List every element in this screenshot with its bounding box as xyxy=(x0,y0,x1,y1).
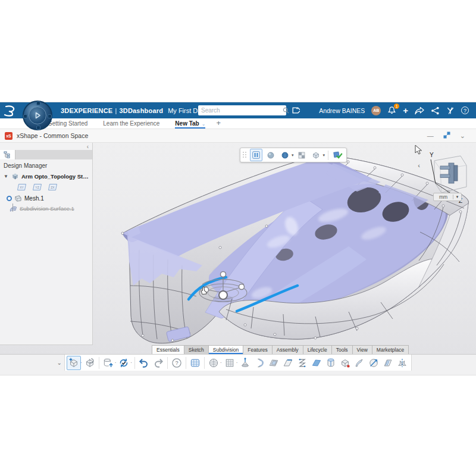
help-icon[interactable]: ? xyxy=(170,356,184,370)
add-app-icon[interactable]: + xyxy=(403,106,408,115)
actionbar-collapse-icon[interactable]: ⌄ xyxy=(57,359,62,366)
units-dropdown[interactable]: mm ▾ xyxy=(433,193,462,201)
action-bar-sections: EssentialsSketchSubdivisionFeaturesAssem… xyxy=(152,345,409,354)
split-body-icon[interactable] xyxy=(324,356,338,370)
section-tab-marketplace[interactable]: Marketplace xyxy=(372,345,409,354)
panel-title: Design Manager xyxy=(0,159,92,171)
validate-icon[interactable] xyxy=(331,149,344,161)
viewport-toolbar: ▾ ▾ xyxy=(240,148,347,162)
share-forward-icon[interactable] xyxy=(415,107,424,115)
redo-icon[interactable] xyxy=(151,356,165,370)
app-header: xS xShape - Common Space — ⌄ xyxy=(0,129,476,143)
frame-display-icon[interactable] xyxy=(188,356,202,370)
expand-button[interactable] xyxy=(443,131,450,140)
sweep-ribbon-icon[interactable] xyxy=(352,356,367,370)
collapse-header-button[interactable]: ⌄ xyxy=(460,133,465,139)
dashboard-tab-new-tab[interactable]: New Tab⌄ xyxy=(175,120,205,129)
search-box xyxy=(198,105,286,115)
3dexperience-compass-icon[interactable] xyxy=(23,101,52,130)
columns-display-icon[interactable] xyxy=(250,149,262,161)
section-tab-features[interactable]: Features xyxy=(243,345,272,354)
viewport-panel-collapse-icon[interactable]: ‹ xyxy=(418,162,420,169)
extrude-face-icon[interactable] xyxy=(238,356,252,370)
help-icon[interactable]: ? xyxy=(461,107,469,114)
panel-tab-strip xyxy=(0,150,92,159)
dashboard-tab-learn-the-experience[interactable]: Learn the Experience xyxy=(103,120,159,129)
notifications-bell-icon[interactable]: 1 xyxy=(387,106,396,115)
manage-content-icon[interactable] xyxy=(83,356,97,370)
fill-face-icon[interactable] xyxy=(309,356,324,370)
section-tab-lifecycle[interactable]: Lifecycle xyxy=(303,345,331,354)
units-dropdown-caret-icon[interactable]: ▾ xyxy=(453,195,461,199)
top-bar: 3DEXPERIENCE|3DDashboard My First Dashbo… xyxy=(0,102,476,118)
user-name[interactable]: Andrew BAINES xyxy=(319,107,365,114)
action-bar: ⌄ ···?·· xyxy=(0,354,476,371)
dassault-3ds-logo-icon[interactable] xyxy=(0,102,20,118)
globe-style-dropdown-icon[interactable]: ▾ xyxy=(292,153,294,158)
svg-text:?: ? xyxy=(175,360,178,366)
shear-plane-icon[interactable] xyxy=(281,356,295,370)
section-tab-tools[interactable]: Tools xyxy=(331,345,352,354)
mesh-pin-icon[interactable] xyxy=(7,196,12,201)
expand-caret-icon[interactable]: ▼ xyxy=(4,174,9,179)
swym-community-icon[interactable] xyxy=(446,107,455,115)
tree-root-item[interactable]: ▼ Arm Opto_Topology Study 1_deform... xyxy=(4,171,92,181)
action-bar-tools: ···?·· xyxy=(64,355,412,371)
panel-collapse-button[interactable]: ‹ xyxy=(0,143,92,150)
tag-icon[interactable] xyxy=(291,106,300,117)
revolve-icon[interactable] xyxy=(367,356,381,370)
share-network-icon[interactable] xyxy=(431,107,440,115)
tree-subdivision-item[interactable]: Subdivision Surface.1 xyxy=(4,203,92,214)
loft-sections-icon[interactable] xyxy=(295,356,309,370)
dashboard-tab-row: Getting StartedLearn the ExperienceNew T… xyxy=(0,118,476,129)
undo-icon[interactable] xyxy=(137,356,151,370)
weld-vertices-icon[interactable] xyxy=(338,356,352,370)
mesh-label: Mesh.1 xyxy=(24,195,44,202)
section-tab-view[interactable]: View xyxy=(352,345,372,354)
section-tab-assembly[interactable]: Assembly xyxy=(272,345,303,354)
app-title: xShape - Common Space xyxy=(17,132,88,139)
design-manager-panel: ‹ Design Manager ▼ Arm Opto_Topology Stu… xyxy=(0,143,93,345)
subdivision-primitive-icon[interactable] xyxy=(206,356,221,370)
pattern-faces-icon[interactable] xyxy=(381,356,395,370)
section-tab-subdivision[interactable]: Subdivision xyxy=(208,345,243,354)
tab-dropdown-icon[interactable]: ⌄ xyxy=(202,121,206,127)
bend-surface-icon[interactable] xyxy=(252,356,267,370)
globe-style-icon[interactable] xyxy=(278,149,291,161)
plane-zx-icon[interactable]: ZX xyxy=(48,183,58,191)
sphere-render-icon[interactable] xyxy=(264,149,277,161)
minimize-button[interactable]: — xyxy=(427,133,434,139)
search-input[interactable] xyxy=(198,107,283,114)
save-data-icon[interactable] xyxy=(101,356,115,370)
cube-style-icon[interactable] xyxy=(310,149,322,161)
cube-style-dropdown-icon[interactable]: ▾ xyxy=(323,153,325,158)
part-icon xyxy=(11,173,19,180)
model-body[interactable] xyxy=(121,156,468,343)
section-tab-sketch[interactable]: Sketch xyxy=(184,345,208,354)
subdivision-plane-icon[interactable] xyxy=(223,356,237,370)
tree-root-label: Arm Opto_Topology Study 1_deform... xyxy=(21,173,92,180)
symmetry-icon[interactable] xyxy=(395,356,409,370)
navcube-part-preview xyxy=(440,163,458,183)
tree-mesh-item[interactable]: Mesh.1 xyxy=(4,193,92,203)
transparency-icon[interactable] xyxy=(296,149,308,161)
section-tab-essentials[interactable]: Essentials xyxy=(152,345,184,354)
plane-xy-icon[interactable]: XY xyxy=(17,183,27,191)
screenshot-root: { "topbar": { "brand": "3DEXPERIENCE", "… xyxy=(0,0,476,476)
mouse-pointer-icon xyxy=(415,145,422,154)
viewport[interactable]: ‹ Design Manager ▼ Arm Opto_Topology Stu… xyxy=(0,143,476,354)
notification-badge: 1 xyxy=(394,104,399,109)
xshape-app-icon[interactable]: xS xyxy=(5,132,12,140)
add-content-icon[interactable] xyxy=(67,356,81,370)
add-tab-button[interactable]: + xyxy=(216,118,221,129)
plane-yz-icon[interactable]: YZ xyxy=(32,183,42,191)
avatar[interactable]: AB xyxy=(371,106,381,115)
axis-label-y: Y xyxy=(430,152,434,158)
update-propagate-icon[interactable] xyxy=(117,356,131,370)
tree-view-tab[interactable] xyxy=(0,150,15,159)
toolbar-drag-handle[interactable] xyxy=(243,152,247,158)
3dexperience-window: 3DEXPERIENCE|3DDashboard My First Dashbo… xyxy=(0,102,476,375)
frame-surface-icon[interactable] xyxy=(267,356,281,370)
search-icon[interactable] xyxy=(283,107,289,114)
dashboard-tab-getting-started[interactable]: Getting Started xyxy=(48,120,87,129)
